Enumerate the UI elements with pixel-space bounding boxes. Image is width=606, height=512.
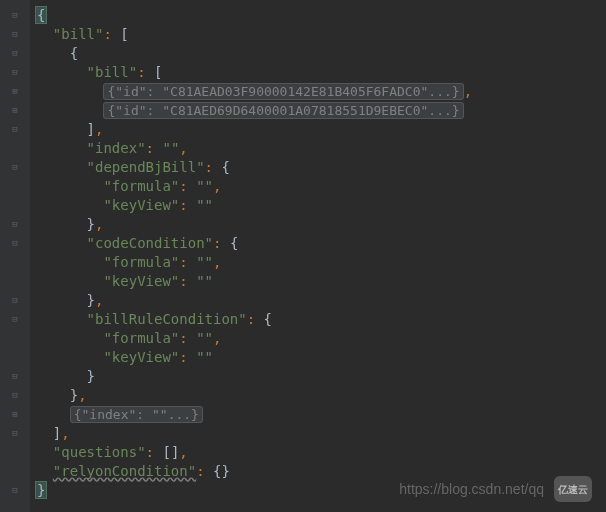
fold-gap bbox=[0, 196, 30, 215]
fold-end-icon[interactable]: ⊟ bbox=[0, 120, 30, 139]
json-key: "keyView" bbox=[103, 197, 179, 213]
fold-plus-icon[interactable]: ⊞ bbox=[0, 405, 30, 424]
open-brace: { bbox=[36, 7, 46, 23]
folded-region[interactable]: {"id": "C81AED69D6400001A07818551D9EBEC0… bbox=[103, 102, 463, 119]
fold-gap bbox=[0, 462, 30, 481]
json-key: "questions" bbox=[53, 444, 146, 460]
json-key: "index" bbox=[87, 140, 146, 156]
fold-gap bbox=[0, 272, 30, 291]
fold-gap bbox=[0, 177, 30, 196]
json-key: "formula" bbox=[103, 178, 179, 194]
fold-minus-icon[interactable]: ⊟ bbox=[0, 6, 30, 25]
json-key: "keyView" bbox=[103, 349, 179, 365]
json-key: "keyView" bbox=[103, 273, 179, 289]
fold-end-icon[interactable]: ⊟ bbox=[0, 215, 30, 234]
json-key: "dependBjBill" bbox=[87, 159, 205, 175]
fold-minus-icon[interactable]: ⊟ bbox=[0, 234, 30, 253]
json-key: "bill" bbox=[87, 64, 138, 80]
fold-gap bbox=[0, 329, 30, 348]
json-key-warning: "relyonCondition" bbox=[53, 463, 196, 479]
fold-end-icon[interactable]: ⊟ bbox=[0, 424, 30, 443]
folded-region[interactable]: {"index": ""...} bbox=[70, 406, 203, 423]
fold-gutter: ⊟ ⊟ ⊟ ⊟ ⊞ ⊞ ⊟ ⊟ ⊟ ⊟ ⊟ ⊟ ⊟ ⊟ ⊞ ⊟ ⊟ bbox=[0, 0, 30, 512]
json-key: "codeCondition" bbox=[87, 235, 213, 251]
code-editor[interactable]: { "bill": [ { "bill": [ {"id": "C81AEAD0… bbox=[30, 0, 606, 512]
json-key: "bill" bbox=[53, 26, 104, 42]
json-key: "formula" bbox=[103, 330, 179, 346]
fold-gap bbox=[0, 139, 30, 158]
json-key: "formula" bbox=[103, 254, 179, 270]
close-brace: } bbox=[36, 482, 46, 498]
fold-minus-icon[interactable]: ⊟ bbox=[0, 310, 30, 329]
fold-minus-icon[interactable]: ⊟ bbox=[0, 158, 30, 177]
watermark-url: https://blog.csdn.net/qq bbox=[399, 480, 544, 499]
fold-end-icon[interactable]: ⊟ bbox=[0, 367, 30, 386]
fold-plus-icon[interactable]: ⊞ bbox=[0, 82, 30, 101]
fold-gap bbox=[0, 348, 30, 367]
fold-gap bbox=[0, 253, 30, 272]
fold-end-icon[interactable]: ⊟ bbox=[0, 291, 30, 310]
json-key: "billRuleCondition" bbox=[87, 311, 247, 327]
watermark: https://blog.csdn.net/qq 亿速云 bbox=[399, 476, 592, 502]
fold-minus-icon[interactable]: ⊟ bbox=[0, 63, 30, 82]
fold-gap bbox=[0, 443, 30, 462]
fold-end-icon[interactable]: ⊟ bbox=[0, 386, 30, 405]
folded-region[interactable]: {"id": "C81AEAD03F90000142E81B405F6FADC0… bbox=[103, 83, 463, 100]
logo-badge: 亿速云 bbox=[554, 476, 592, 502]
fold-minus-icon[interactable]: ⊟ bbox=[0, 25, 30, 44]
fold-plus-icon[interactable]: ⊞ bbox=[0, 101, 30, 120]
fold-minus-icon[interactable]: ⊟ bbox=[0, 44, 30, 63]
fold-end-icon[interactable]: ⊟ bbox=[0, 481, 30, 500]
